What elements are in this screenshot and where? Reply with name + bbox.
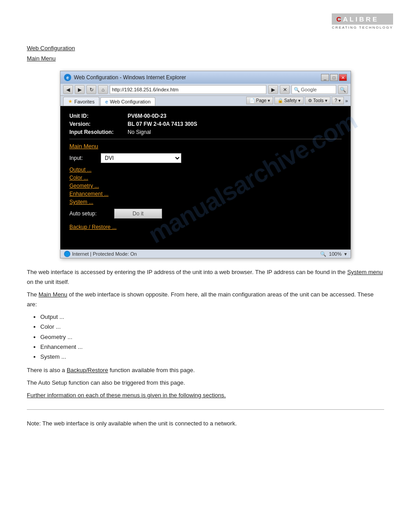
tab-web-config-label: Web Configuration — [110, 99, 150, 104]
browser-statusbar: 🌐 Internet | Protected Mode: On 🔍 100% ▾ — [60, 249, 351, 258]
para-backup: There is also a Backup/Restore function … — [27, 365, 384, 375]
favorites-star-icon: ★ — [68, 99, 73, 104]
titlebar-controls[interactable]: _ □ ✕ — [321, 74, 347, 81]
toolbar-safety-btn[interactable]: 🔒 Safety ▾ — [274, 97, 304, 104]
list-item-enhancement: Enhancement ... — [40, 342, 384, 352]
color-link[interactable]: Color ... — [69, 175, 342, 181]
output-link[interactable]: Output ... — [69, 167, 342, 173]
bottom-para: Note: The web interface is only availabl… — [27, 419, 384, 429]
tab-favorites-label: Favorites — [74, 99, 94, 104]
menu-list: Output ... Color ... Geometry ... Enhanc… — [40, 312, 384, 361]
maximize-button[interactable]: □ — [330, 74, 338, 81]
browser-title: Web Configuration - Windows Internet Exp… — [74, 74, 186, 81]
system-menu-ref: System menu — [347, 269, 382, 275]
tab-ie-icon: e — [105, 99, 108, 104]
para-intro-2: The Main Menu of the web interface is sh… — [27, 290, 384, 309]
version-value: BL 07 FW 2-4-0A 7413 300S — [128, 121, 197, 127]
system-link[interactable]: System ... — [69, 199, 342, 205]
further-info-ref: Further information on each of these men… — [27, 392, 226, 399]
version-row: Version: BL 07 FW 2-4-0A 7413 300S — [69, 121, 342, 127]
do-it-button[interactable]: Do it — [114, 209, 162, 219]
input-res-label: Input Resolution: — [69, 129, 123, 135]
tab-favorites[interactable]: ★ Favorites — [63, 97, 99, 106]
geometry-link[interactable]: Geometry ... — [69, 183, 342, 189]
input-field-label: Input: — [69, 155, 96, 161]
unit-id-value: PV6M-00-0D-23 — [128, 113, 167, 119]
logo-letter-c: C — [336, 15, 342, 23]
input-select[interactable]: DVI HDMI VGA Component — [101, 153, 181, 163]
list-item-output: Output ... — [40, 312, 384, 322]
forward-button[interactable]: ▶ — [75, 85, 85, 94]
zoom-dropdown-icon[interactable]: ▾ — [344, 251, 347, 257]
list-item-system: System ... — [40, 352, 384, 362]
list-item-geometry: Geometry ... — [40, 332, 384, 342]
logo-area: C A L I B R E CREATING TECHNOLOGY — [332, 13, 393, 30]
page-divider — [27, 409, 384, 410]
logo-letter-e: E — [372, 15, 378, 23]
toolbar-tools-btn[interactable]: ⚙ Tools ▾ — [305, 97, 330, 104]
zoom-level: 100% — [329, 251, 342, 257]
input-row: Input: DVI HDMI VGA Component — [69, 153, 342, 163]
backup-restore-ref: Backup/Restore — [67, 367, 108, 373]
browser-addressbar: ◀ ▶ ↻ ⌂ ▶ ✕ 🔍 Google 🔍 — [60, 84, 351, 96]
intro-heading: Web Configuration — [27, 45, 75, 51]
page-content: Web Configuration Main Menu e Web Config… — [0, 0, 411, 442]
search-label: Google — [301, 87, 317, 92]
search-icon: 🔍 — [294, 87, 300, 93]
status-text: Internet | Protected Mode: On — [72, 251, 137, 257]
toolbar-help-btn[interactable]: ? ▾ — [332, 97, 344, 104]
input-res-value: No Signal — [128, 129, 151, 135]
logo-letter-i: I — [355, 15, 358, 23]
refresh-button[interactable]: ↻ — [86, 85, 96, 94]
logo-letter-a: A — [343, 15, 349, 23]
unit-id-row: Unit ID: PV6M-00-0D-23 — [69, 113, 342, 119]
home-button[interactable]: ⌂ — [98, 85, 108, 94]
logo-tagline: CREATING TECHNOLOGY — [332, 26, 393, 30]
auto-setup-row: Auto setup: Do it — [69, 209, 342, 219]
status-right: 🔍 100% ▾ — [320, 251, 347, 257]
logo-box: C A L I B R E — [332, 13, 393, 25]
tab-web-configuration[interactable]: e Web Configuration — [100, 97, 155, 106]
status-left: 🌐 Internet | Protected Mode: On — [64, 251, 137, 257]
main-menu-ref: Main Menu — [39, 291, 67, 298]
search-box[interactable]: 🔍 Google — [291, 85, 336, 94]
auto-setup-label: Auto setup: — [69, 210, 110, 217]
search-button[interactable]: 🔍 — [338, 85, 348, 94]
browser-window: e Web Configuration - Windows Internet E… — [60, 71, 351, 258]
browser-titlebar: e Web Configuration - Windows Internet E… — [60, 71, 351, 84]
logo-letter-r: R — [366, 15, 372, 23]
stop-button[interactable]: ✕ — [280, 85, 290, 94]
back-button[interactable]: ◀ — [63, 85, 73, 94]
below-browser-content: The web interface is accessed by enterin… — [27, 267, 384, 400]
logo-letter-l: L — [350, 15, 355, 23]
main-menu-link[interactable]: Main Menu — [69, 143, 342, 150]
list-item-color: Color ... — [40, 322, 384, 332]
minimize-button[interactable]: _ — [321, 74, 329, 81]
unit-id-label: Unit ID: — [69, 113, 123, 119]
ie-icon: e — [64, 74, 71, 81]
tab-toolbar: 📄 Page ▾ 🔒 Safety ▾ ⚙ Tools ▾ ? ▾ » — [246, 97, 348, 106]
version-label: Version: — [69, 121, 123, 127]
para-footer: Further information on each of these men… — [27, 390, 384, 400]
browser-tabs: ★ Favorites e Web Configuration 📄 Page ▾… — [60, 96, 351, 106]
zoom-icon: 🔍 — [320, 251, 326, 257]
status-globe-icon: 🌐 — [64, 251, 70, 257]
bottom-section: Note: The web interface is only availabl… — [27, 419, 384, 429]
enhancement-link[interactable]: Enhancement ... — [69, 191, 342, 197]
go-button[interactable]: ▶ — [268, 85, 278, 94]
logo-letter-b: B — [359, 15, 365, 23]
toolbar-page-btn[interactable]: 📄 Page ▾ — [246, 97, 273, 104]
separator — [69, 139, 342, 139]
backup-restore-link[interactable]: Backup / Restore ... — [69, 224, 342, 230]
toolbar-more-btn[interactable]: » — [345, 98, 348, 103]
address-input[interactable] — [110, 85, 266, 94]
browser-content: manualsarchive.com Unit ID: PV6M-00-0D-2… — [60, 106, 351, 249]
para-auto-setup: The Auto Setup function can also be trig… — [27, 378, 384, 388]
para-intro-1: The web interface is accessed by enterin… — [27, 267, 384, 287]
input-res-row: Input Resolution: No Signal — [69, 129, 342, 135]
sub-heading: Main Menu — [27, 55, 56, 62]
titlebar-left: e Web Configuration - Windows Internet E… — [64, 74, 186, 81]
close-button[interactable]: ✕ — [339, 74, 347, 81]
